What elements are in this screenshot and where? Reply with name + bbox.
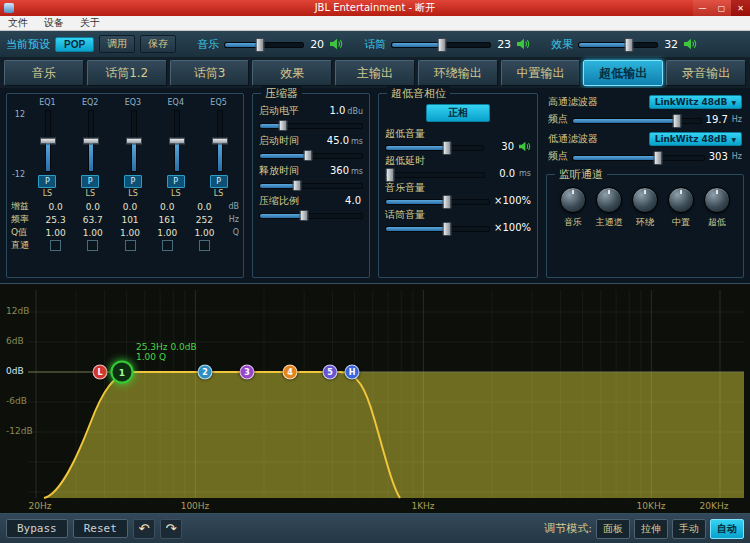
slider-thumb[interactable] — [299, 210, 308, 221]
slider-thumb[interactable] — [83, 138, 99, 145]
maximize-button[interactable]: ▢ — [712, 0, 731, 16]
tab-mic12[interactable]: 话筒1.2 — [87, 60, 167, 86]
slider-thumb[interactable] — [126, 138, 142, 145]
knob-sub[interactable] — [704, 187, 730, 213]
eq-param-button[interactable]: P — [124, 175, 142, 188]
lpf-type-dropdown[interactable]: LinkWitz 48dB ▼ — [649, 132, 742, 146]
tab-surround-output[interactable]: 环绕输出 — [418, 60, 498, 86]
knob-surround[interactable] — [632, 187, 658, 213]
eq-type-label[interactable]: LS — [85, 189, 95, 198]
preset-value-button[interactable]: POP — [55, 37, 94, 52]
slider-thumb[interactable] — [672, 114, 681, 128]
bypass-checkbox[interactable] — [162, 240, 173, 251]
menu-file[interactable]: 文件 — [0, 16, 36, 30]
sub-delay-slider[interactable] — [385, 167, 485, 179]
speaker-icon[interactable] — [518, 141, 531, 152]
q-value[interactable]: 1.00 — [37, 228, 74, 238]
q-value[interactable]: 1.00 — [111, 228, 148, 238]
gain-value[interactable]: 0.0 — [111, 202, 148, 212]
knob-center[interactable] — [668, 187, 694, 213]
bypass-checkbox[interactable] — [125, 240, 136, 251]
knob-main[interactable] — [596, 187, 622, 213]
mic-level-slider[interactable] — [385, 221, 490, 233]
slider-thumb[interactable] — [212, 138, 228, 145]
eq-gain-slider[interactable] — [126, 110, 140, 172]
redo-icon[interactable]: ↷ — [160, 519, 182, 539]
slider-thumb[interactable] — [654, 151, 663, 165]
tab-main-output[interactable]: 主输出 — [335, 60, 415, 86]
close-button[interactable]: ✕ — [731, 0, 750, 16]
eq-param-button[interactable]: P — [38, 175, 56, 188]
knob-music[interactable] — [560, 187, 586, 213]
graph-point-band4[interactable]: 4 — [283, 365, 298, 380]
graph-point-band5[interactable]: 5 — [323, 365, 338, 380]
music-level-slider[interactable] — [385, 194, 490, 206]
eq-type-label[interactable]: LS — [214, 189, 224, 198]
slider-thumb[interactable] — [278, 120, 287, 131]
undo-icon[interactable]: ↶ — [133, 519, 155, 539]
graph-point-lpf[interactable]: H — [345, 365, 360, 380]
lpf-freq-slider[interactable] — [572, 150, 705, 162]
music-volume-slider[interactable] — [224, 37, 304, 51]
speaker-icon[interactable] — [329, 38, 343, 50]
speaker-icon[interactable] — [516, 38, 530, 50]
sub-volume-slider[interactable] — [385, 140, 484, 152]
mode-auto-button[interactable]: 自动 — [710, 519, 744, 539]
slider-thumb[interactable] — [293, 180, 302, 191]
slider-thumb[interactable] — [40, 138, 56, 145]
graph-point-hpf[interactable]: L — [93, 365, 108, 380]
menu-about[interactable]: 关于 — [72, 16, 108, 30]
slider-thumb[interactable] — [442, 195, 451, 209]
gain-value[interactable]: 0.0 — [149, 202, 186, 212]
mode-panel-button[interactable]: 面板 — [596, 519, 630, 539]
bypass-button[interactable]: Bypass — [6, 519, 68, 538]
effect-volume-slider[interactable] — [578, 37, 658, 51]
tab-record-output[interactable]: 录音输出 — [666, 60, 746, 86]
slider-thumb[interactable] — [303, 150, 312, 161]
bypass-checkbox[interactable] — [199, 240, 210, 251]
speaker-icon[interactable] — [683, 38, 697, 50]
hpf-type-dropdown[interactable]: LinkWitz 48dB ▼ — [649, 95, 742, 109]
eq-param-button[interactable]: P — [81, 175, 99, 188]
freq-value[interactable]: 25.3 — [37, 215, 74, 225]
hpf-freq-slider[interactable] — [572, 113, 702, 125]
eq-gain-slider[interactable] — [169, 110, 183, 172]
eq-type-label[interactable]: LS — [171, 189, 181, 198]
slider-thumb[interactable] — [386, 168, 395, 182]
bypass-checkbox[interactable] — [87, 240, 98, 251]
gain-value[interactable]: 0.0 — [186, 202, 223, 212]
tab-effect[interactable]: 效果 — [252, 60, 332, 86]
q-value[interactable]: 1.00 — [149, 228, 186, 238]
eq-type-label[interactable]: LS — [43, 189, 53, 198]
slider-thumb[interactable] — [438, 38, 447, 52]
mode-manual-button[interactable]: 手动 — [672, 519, 706, 539]
graph-point-band2[interactable]: 2 — [198, 365, 213, 380]
q-value[interactable]: 1.00 — [74, 228, 111, 238]
preset-save-button[interactable]: 保存 — [140, 35, 176, 53]
tab-mic3[interactable]: 话筒3 — [170, 60, 250, 86]
minimize-button[interactable]: — — [693, 0, 712, 16]
graph-point-band3[interactable]: 3 — [240, 365, 255, 380]
gain-value[interactable]: 0.0 — [37, 202, 74, 212]
eq-gain-slider[interactable] — [212, 110, 226, 172]
ratio-slider[interactable] — [259, 208, 363, 219]
mic-volume-slider[interactable] — [391, 37, 491, 51]
eq-gain-slider[interactable] — [83, 110, 97, 172]
slider-thumb[interactable] — [624, 38, 633, 52]
preset-recall-button[interactable]: 调用 — [99, 35, 135, 53]
bypass-checkbox[interactable] — [50, 240, 61, 251]
tab-music[interactable]: 音乐 — [4, 60, 84, 86]
attack-slider[interactable] — [259, 148, 363, 159]
graph-point-band1-selected[interactable]: 1 — [111, 361, 134, 384]
slider-thumb[interactable] — [169, 138, 185, 145]
slider-thumb[interactable] — [442, 222, 451, 236]
threshold-slider[interactable] — [259, 118, 363, 129]
tab-subwoofer-output[interactable]: 超低输出 — [583, 60, 663, 86]
freq-value[interactable]: 161 — [149, 215, 186, 225]
freq-value[interactable]: 252 — [186, 215, 223, 225]
q-value[interactable]: 1.00 — [186, 228, 223, 238]
menu-device[interactable]: 设备 — [36, 16, 72, 30]
tab-center-output[interactable]: 中置输出 — [501, 60, 581, 86]
freq-value[interactable]: 63.7 — [74, 215, 111, 225]
eq-param-button[interactable]: P — [167, 175, 185, 188]
